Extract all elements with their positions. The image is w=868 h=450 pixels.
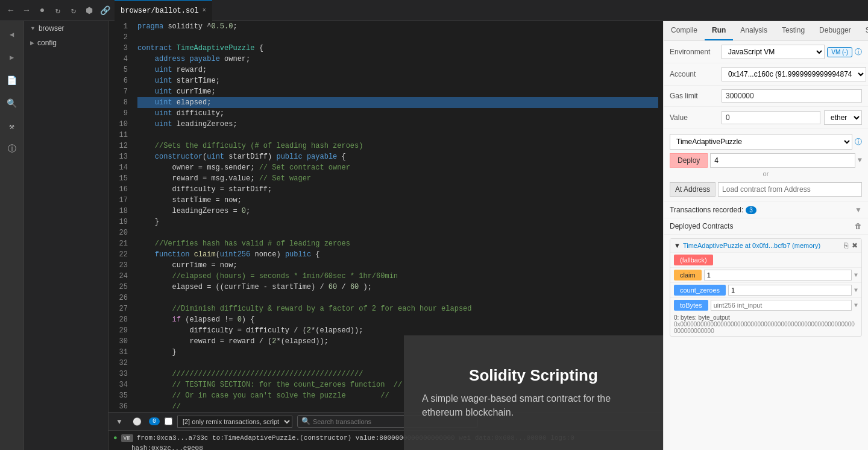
nav-arrow-left[interactable]: ◀ xyxy=(4,26,20,43)
clear-btn[interactable]: ⚪ xyxy=(130,416,144,427)
claim-input[interactable] xyxy=(704,270,852,280)
trash-icon[interactable]: 🗑 xyxy=(855,222,862,230)
dot-icon[interactable]: ● xyxy=(36,4,48,16)
deploy-button[interactable]: Deploy xyxy=(670,153,708,168)
console-badge-1: vm xyxy=(121,434,133,442)
top-bar: ← → ● ↻ ↻ ⬢ 🔗 browser/ballot.sol × xyxy=(0,0,868,21)
nav-arrow-right[interactable]: ▶ xyxy=(4,49,20,66)
code-line-24: //elapsed (hours) = seconds * 1min/60sec… xyxy=(137,271,658,282)
gas-limit-input[interactable] xyxy=(722,89,862,103)
code-line-15: reward = msg.value; // Set wager xyxy=(137,173,658,184)
account-row: Account 0x147...c160c (91.99999999999948… xyxy=(664,63,868,86)
count-zeroes-expand-icon[interactable]: ▼ xyxy=(854,287,858,294)
deploy-input[interactable] xyxy=(710,153,855,168)
code-line-29: difficulty = difficulty / (2*(elapsed)); xyxy=(137,325,658,336)
fallback-row: (fallback) xyxy=(670,252,861,267)
filter-checkbox[interactable] xyxy=(165,417,172,425)
panel-tabs: Compile Run Analysis Testing Debugger Se… xyxy=(664,21,868,41)
env-info-icon[interactable]: ⓘ xyxy=(855,47,862,57)
code-line-27: //Diminish difficulty & reward by a fact… xyxy=(137,303,658,314)
tab-close-icon[interactable]: × xyxy=(203,7,206,14)
claim-expand-icon[interactable]: ▼ xyxy=(854,272,858,279)
git-icon[interactable]: ⚒ xyxy=(4,118,20,135)
at-address-button[interactable]: At Address xyxy=(670,182,715,197)
tab-run[interactable]: Run xyxy=(705,21,733,40)
file-tab-label: browser/ballot.sol xyxy=(121,7,199,15)
fallback-button[interactable]: (fallback) xyxy=(674,255,713,265)
code-line-22: function claim(uint256 nonce) public { xyxy=(137,249,658,260)
at-address-row: At Address xyxy=(670,182,862,197)
tab-testing[interactable]: Testing xyxy=(775,21,812,40)
or-text: or xyxy=(670,168,862,180)
remove-contract-icon[interactable]: ✖ xyxy=(852,241,858,250)
value-input[interactable] xyxy=(722,111,820,124)
overlay-description: A simple wager-based smart contract for … xyxy=(422,392,645,419)
deployed-contract-name: TimeAdaptivePuzzle at 0x0fd...bcfb7 (mem… xyxy=(683,242,841,249)
right-panel: Compile Run Analysis Testing Debugger Se… xyxy=(663,21,868,450)
tobytes-hex-output: 0x00000000000000000000000000000000000000… xyxy=(674,321,858,334)
code-line-16: difficulty = startDiff; xyxy=(137,184,658,195)
sidebar-item-browser[interactable]: ▼ browser xyxy=(24,21,108,36)
tobytes-input[interactable] xyxy=(711,300,852,311)
tobytes-output: 0: bytes: byte_output 0x0000000000000000… xyxy=(670,312,861,336)
code-line-11 xyxy=(137,130,658,141)
code-line-7: uint currTime; xyxy=(137,86,658,97)
extensions-icon[interactable]: ⓘ xyxy=(4,141,20,157)
count-zeroes-row: count_zeroes ▼ xyxy=(670,282,861,297)
code-line-28: if (elapsed != 0) { xyxy=(137,314,658,325)
account-select[interactable]: 0x147...c160c (91.9999999999994874 xyxy=(722,67,866,81)
code-line-2 xyxy=(137,32,658,43)
sidebar-item-config-label: config xyxy=(37,39,57,47)
contract-select[interactable]: TimeAdaptivePuzzle xyxy=(670,134,852,150)
refresh2-icon[interactable]: ↻ xyxy=(68,4,80,16)
vm-badge: VM (-) xyxy=(827,47,852,57)
code-line-20 xyxy=(137,227,658,238)
transactions-label: Transactions recorded: xyxy=(670,206,743,214)
search-icon[interactable]: 🔍 xyxy=(4,95,20,112)
deploy-expand-icon[interactable]: ▼ xyxy=(858,156,862,165)
file-tab[interactable]: browser/ballot.sol × xyxy=(115,0,212,21)
back-icon[interactable]: ← xyxy=(5,4,17,16)
link-icon[interactable]: 🔗 xyxy=(99,4,111,16)
file-tree: ▼ browser ▶ config xyxy=(24,21,108,450)
collapse-btn[interactable]: ▼ xyxy=(113,416,125,427)
value-unit-select[interactable]: ether xyxy=(824,110,862,125)
tab-debugger[interactable]: Debugger xyxy=(812,21,858,40)
overlay-title: Solidity Scripting xyxy=(469,366,598,385)
tab-settings[interactable]: Settings xyxy=(858,21,868,40)
environment-select[interactable]: JavaScript VM xyxy=(722,45,825,59)
value-row: Value ether xyxy=(664,107,868,129)
env-input-wrap: JavaScript VM VM (-) ⓘ xyxy=(722,45,862,59)
tobytes-expand-icon[interactable]: ▼ xyxy=(854,302,858,309)
tobytes-button[interactable]: toBytes xyxy=(674,300,708,311)
deployed-icons: ⎘ ✖ xyxy=(844,241,858,250)
claim-button[interactable]: claim xyxy=(674,270,702,280)
at-address-input[interactable] xyxy=(718,182,862,197)
browser-arrow: ▼ xyxy=(30,25,36,31)
file-icon[interactable]: 📄 xyxy=(4,72,20,89)
deployed-contract-header: ▼ TimeAdaptivePuzzle at 0x0fd...bcfb7 (m… xyxy=(670,239,861,252)
tab-analysis[interactable]: Analysis xyxy=(733,21,775,40)
gas-limit-row: Gas limit xyxy=(664,86,868,107)
hexagon-icon[interactable]: ⬢ xyxy=(83,4,95,16)
search-icon: 🔍 xyxy=(301,417,310,426)
refresh-icon[interactable]: ↻ xyxy=(52,4,64,16)
count-zeroes-button[interactable]: count_zeroes xyxy=(674,285,726,296)
sidebar-item-config[interactable]: ▶ config xyxy=(24,36,108,50)
tx-filter-select[interactable]: [2] only remix transactions, script xyxy=(177,416,292,428)
code-line-26 xyxy=(137,293,658,303)
tx-expand-icon[interactable]: ▼ xyxy=(855,206,862,214)
code-line-5: uint reward; xyxy=(137,65,658,75)
contract-collapse-icon[interactable]: ▼ xyxy=(674,242,681,249)
tab-compile[interactable]: Compile xyxy=(664,21,705,40)
copy-contract-icon[interactable]: ⎘ xyxy=(844,241,848,250)
count-zeroes-input[interactable] xyxy=(728,285,852,296)
code-line-8: uint elapsed; xyxy=(137,97,658,108)
contract-info-icon[interactable]: ⓘ xyxy=(855,137,862,147)
code-line-25: elapsed = ((currTime - startTime) / 60 /… xyxy=(137,282,658,293)
forward-icon[interactable]: → xyxy=(20,4,33,16)
environment-label: Environment xyxy=(670,48,718,56)
left-sidebar: ◀ ▶ 📄 🔍 ⚒ ⓘ ▼ browser ▶ config xyxy=(0,21,108,450)
deployed-header: Deployed Contracts 🗑 xyxy=(664,218,868,235)
console-success-icon: ● xyxy=(113,434,118,442)
